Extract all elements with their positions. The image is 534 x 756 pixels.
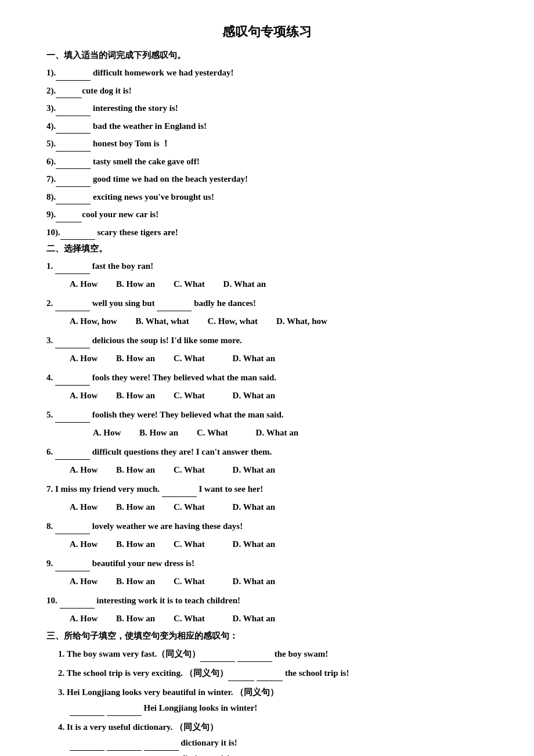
- s2-q2-optC: C. How, what: [207, 314, 258, 329]
- s2-q4-options: A. How B. How an C. What D. What an: [70, 388, 488, 404]
- q1-7-num: 7).: [46, 174, 56, 183]
- s2-q2-options: A. How, how B. What, what C. How, what D…: [70, 314, 488, 329]
- q1-2-num: 2).: [46, 86, 56, 95]
- s2-q8-options: A. How B. How an C. What D. What an: [70, 537, 488, 552]
- s2-q6-options: A. How B. How an C. What D. What an: [70, 463, 488, 478]
- s3-q1-blank2: [237, 651, 272, 662]
- s2-q2-optA: A. How, how: [70, 314, 117, 329]
- s2-q10-optC: C. What: [174, 611, 205, 627]
- s2-q4: 4. fools they were! They believed what t…: [46, 370, 488, 386]
- s2-q6-optB: B. How an: [116, 463, 155, 478]
- q1-7-blank: [56, 177, 91, 187]
- s3-q1: 1. The boy swam very fast.（同义句） the boy …: [58, 646, 488, 662]
- s2-q3-optC: C. What: [174, 351, 205, 366]
- s2-q8-optB: B. How an: [116, 537, 155, 552]
- s2-q9-optB: B. How an: [116, 574, 155, 589]
- q1-5-num: 5).: [46, 139, 56, 148]
- page-title: 感叹句专项练习: [46, 23, 488, 41]
- q1-5-blank: [56, 141, 91, 152]
- s2-q10-optA: A. How: [70, 611, 98, 627]
- s2-q9-blank: [55, 561, 90, 571]
- s2-q5-optB: B. How an: [139, 426, 178, 441]
- q1-8-num: 8).: [46, 192, 56, 201]
- s2-q6-optC: C. What: [174, 463, 205, 478]
- s2-q1-optB: B. How an: [116, 277, 155, 292]
- s3-q4-blank1: [70, 740, 104, 751]
- section1-questions: 1). difficult homework we had yesterday!…: [46, 66, 488, 240]
- s2-q5: 5. foolish they were! They believed what…: [46, 408, 488, 423]
- s2-q5-optD: D. What an: [256, 426, 299, 441]
- s2-q10-blank: [60, 598, 95, 609]
- q1-3-num: 3).: [46, 103, 56, 113]
- s2-q5-blank: [55, 412, 90, 423]
- s2-q6-optA: A. How: [70, 463, 98, 478]
- s2-q6-optD: D. What an: [233, 463, 276, 478]
- s2-q3-optA: A. How: [70, 351, 98, 366]
- s2-q8-optD: D. What an: [233, 537, 276, 552]
- s2-q3: 3. delicious the soup is! I'd like some …: [46, 333, 488, 348]
- s3-q2-blank2: [257, 671, 283, 681]
- q1-8: 8). exciting news you've brought us!: [46, 190, 488, 205]
- q1-4: 4). bad the weather in England is!: [46, 119, 488, 134]
- q1-4-num: 4).: [46, 121, 56, 131]
- s3-q4-blank3: [144, 740, 179, 751]
- s2-q9: 9. beautiful your new dress is!: [46, 556, 488, 571]
- q1-6-blank: [56, 159, 91, 169]
- s3-q2-blank1: [228, 671, 254, 681]
- s2-q5-optC: C. What: [197, 426, 228, 441]
- s3-q3-blank1: [70, 705, 104, 716]
- q1-9: 9).cool your new car is!: [46, 207, 488, 222]
- s2-q4-optA: A. How: [70, 388, 98, 404]
- s2-q10: 10. interesting work it is to teach chil…: [46, 593, 488, 609]
- s2-q4-blank: [55, 375, 90, 386]
- s2-q2-blank1: [55, 301, 90, 311]
- s2-q5-optA: A. How: [93, 426, 121, 441]
- q1-10: 10). scary these tigers are!: [46, 225, 488, 240]
- q1-9-num: 9).: [46, 210, 56, 219]
- s2-q1-optA: A. How: [70, 277, 98, 292]
- s2-q8-optC: C. What: [174, 537, 205, 552]
- s2-q10-optB: B. How an: [116, 611, 155, 627]
- q1-10-blank: [60, 229, 95, 240]
- s3-q2: 2. The school trip is very exciting. （同义…: [58, 665, 488, 681]
- s2-q2-blank2: [157, 301, 192, 311]
- s2-q8-optA: A. How: [70, 537, 98, 552]
- q1-6-num: 6).: [46, 157, 56, 166]
- s2-q1-blank: [55, 264, 90, 274]
- s2-q4-optD: D. What an: [233, 388, 276, 404]
- s3-q1-blank1: [200, 651, 235, 662]
- s2-q1: 1. fast the boy ran!: [46, 259, 488, 274]
- s2-q1-options: A. How B. How an C. What D. What an: [70, 277, 488, 292]
- s2-q6-blank: [55, 449, 90, 460]
- s2-q7-optB: B. How an: [116, 500, 155, 515]
- s2-q2-optD: D. What, how: [276, 314, 327, 329]
- s2-q9-optA: A. How: [70, 574, 98, 589]
- s3-q4-blank2: [107, 740, 142, 751]
- q1-1-blank: [56, 70, 91, 81]
- s2-q7-options: A. How B. How an C. What D. What an: [70, 500, 488, 515]
- s2-q2-optB: B. What, what: [135, 314, 189, 329]
- q1-6: 6). tasty smell the cake gave off!: [46, 154, 488, 170]
- s2-q3-optB: B. How an: [116, 351, 155, 366]
- q1-2: 2).cute dog it is!: [46, 84, 488, 99]
- s2-q4-optC: C. What: [174, 388, 205, 404]
- section3-header: 三、所给句子填空，使填空句变为相应的感叹句：: [46, 631, 488, 642]
- q1-10-num: 10).: [46, 228, 60, 237]
- q1-9-blank: [56, 212, 82, 222]
- s2-q7: 7. I miss my friend very much. I want to…: [46, 482, 488, 497]
- s2-q3-options: A. How B. How an C. What D. What an: [70, 351, 488, 366]
- q1-1: 1). difficult homework we had yesterday!: [46, 66, 488, 81]
- q1-7: 7). good time we had on the beach yester…: [46, 172, 488, 187]
- q1-4-blank: [56, 123, 91, 134]
- s2-q2: 2. well you sing but badly he dances!: [46, 296, 488, 311]
- s2-q10-options: A. How B. How an C. What D. What an: [70, 611, 488, 627]
- s3-q3: 3. Hei Longjiang looks very beautiful in…: [58, 685, 488, 716]
- s3-q4: 4. It is a very useful dictionary. （同义句）…: [58, 719, 488, 756]
- q1-2-blank: [56, 88, 82, 98]
- s3-q3-blank2: [107, 705, 142, 716]
- section1-header: 一、填入适当的词完成下列感叹句。: [46, 50, 488, 61]
- s2-q5-options: A. How B. How an C. What D. What an: [93, 426, 488, 441]
- s2-q8: 8. lovely weather we are having these da…: [46, 519, 488, 534]
- q1-8-blank: [56, 194, 91, 204]
- s2-q8-blank: [55, 524, 90, 534]
